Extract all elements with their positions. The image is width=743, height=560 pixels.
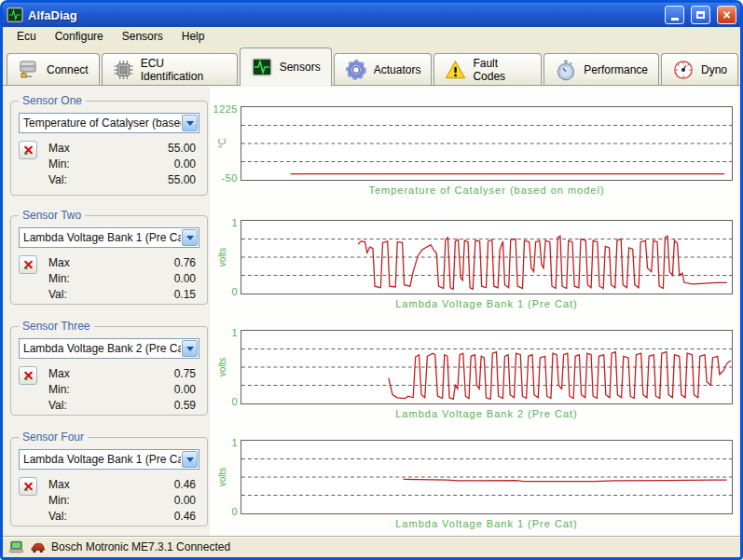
- chart-plot-area: [241, 330, 733, 404]
- min-label: Min:: [48, 494, 114, 507]
- max-value: 55.00: [114, 142, 200, 155]
- reset-minmax-button[interactable]: [19, 366, 37, 385]
- menu-configure[interactable]: Configure: [47, 28, 112, 45]
- y-tick-max: 1: [231, 327, 238, 338]
- tab-ecu-identification[interactable]: ECU Identification: [102, 53, 238, 85]
- tab-sensors[interactable]: Sensors: [240, 48, 332, 86]
- reset-icon: [22, 144, 34, 157]
- sensor-four-panel: Sensor Four Lambda Voltage Bank 1 (Pre C…: [10, 437, 208, 526]
- tab-performance[interactable]: Performance: [543, 53, 659, 85]
- close-button[interactable]: ×: [717, 6, 736, 24]
- sensor-two-select[interactable]: Lambda Voltage Bank 1 (Pre Cat): [19, 227, 200, 248]
- chart-lambda-bank1-second: 1 volts 0 Lambda Voltage Bank 1 (Pre Cat…: [215, 440, 733, 514]
- menu-help[interactable]: Help: [173, 28, 213, 45]
- tab-fault-codes[interactable]: Fault Codes: [433, 53, 542, 85]
- chevron-down-icon[interactable]: [182, 340, 198, 357]
- y-tick-min: 0: [231, 396, 238, 407]
- chevron-down-icon[interactable]: [182, 229, 198, 246]
- menu-ecu[interactable]: Ecu: [8, 28, 45, 45]
- y-tick-max: 1: [231, 217, 238, 228]
- menu-sensors[interactable]: Sensors: [114, 28, 172, 45]
- val-label: Val:: [48, 510, 114, 523]
- chart-temperature-catalyser: 1225 °C -50 Temperature of Catalyser (ba…: [215, 106, 733, 181]
- y-axis: 1 volts 0: [215, 330, 240, 404]
- tab-label: Dyno: [701, 63, 727, 76]
- sensor-one-select[interactable]: Temperature of Catalyser (based on model…: [19, 113, 200, 133]
- val-value: 0.46: [114, 510, 200, 523]
- reset-minmax-button[interactable]: [19, 255, 37, 274]
- oscilloscope-icon: [251, 56, 273, 78]
- sensor-readouts: Max55.00 Min:0.00 Val:55.00: [19, 140, 200, 187]
- car-icon: [30, 540, 46, 554]
- min-label: Min:: [48, 272, 114, 285]
- max-label: Max: [48, 256, 114, 269]
- minimize-button[interactable]: [665, 6, 684, 24]
- min-label: Min:: [48, 383, 114, 396]
- min-value: 0.00: [114, 157, 200, 171]
- combo-value: Lambda Voltage Bank 1 (Pre Cat): [20, 453, 181, 466]
- stopwatch-icon: [555, 59, 577, 81]
- menu-bar: Ecu Configure Sensors Help: [3, 27, 740, 46]
- gauge-icon: [672, 59, 695, 81]
- maximize-button[interactable]: [691, 6, 710, 24]
- reset-icon: [22, 481, 34, 493]
- main-content: Sensor One Temperature of Catalyser (bas…: [3, 87, 740, 536]
- sensor-readouts: Max0.46 Min:0.00 Val:0.46: [19, 476, 200, 524]
- sensor-readouts: Max0.76 Min:0.00 Val:0.15: [19, 254, 200, 302]
- title-bar: AlfaDiag ×: [3, 3, 740, 27]
- tab-dyno[interactable]: Dyno: [661, 53, 738, 85]
- y-axis-unit: volts: [217, 468, 227, 487]
- val-label: Val:: [48, 288, 114, 301]
- status-bar: Bosch Motronic ME7.3.1 Connected: [3, 536, 740, 557]
- groupbox-title: Sensor One: [19, 94, 86, 107]
- max-label: Max: [48, 142, 114, 155]
- warning-icon: [445, 59, 466, 81]
- window-title: AlfaDiag: [28, 8, 658, 22]
- val-label: Val:: [48, 173, 114, 186]
- tab-connect[interactable]: Connect: [7, 53, 100, 85]
- app-window: AlfaDiag × Ecu Configure Sensors Help Co…: [0, 0, 743, 560]
- reset-icon: [22, 370, 34, 382]
- gear-icon: [345, 59, 367, 81]
- reset-minmax-button[interactable]: [19, 141, 37, 159]
- min-value: 0.00: [114, 494, 200, 507]
- sensor-three-panel: Sensor Three Lambda Voltage Bank 2 (Pre …: [10, 326, 208, 416]
- maximize-icon: [696, 11, 705, 19]
- drive-connect-icon: [18, 59, 40, 81]
- chevron-down-icon[interactable]: [182, 451, 198, 468]
- y-tick-max: 1: [231, 437, 238, 448]
- val-value: 0.15: [114, 288, 200, 301]
- combo-value: Temperature of Catalyser (based on model…: [20, 116, 181, 130]
- tab-label: ECU Identification: [141, 57, 227, 83]
- reset-icon: [22, 259, 34, 271]
- tab-label: Fault Codes: [473, 57, 530, 83]
- chip-icon: [113, 59, 134, 81]
- min-value: 0.00: [114, 383, 200, 396]
- y-axis-unit: volts: [217, 248, 227, 267]
- max-label: Max: [48, 478, 114, 491]
- y-tick-min: -50: [222, 172, 238, 184]
- sensor-two-panel: Sensor Two Lambda Voltage Bank 1 (Pre Ca…: [10, 215, 208, 305]
- sensor-four-select[interactable]: Lambda Voltage Bank 1 (Pre Cat): [19, 449, 200, 470]
- val-label: Val:: [48, 399, 114, 412]
- max-value: 0.75: [114, 367, 200, 380]
- close-icon: ×: [722, 8, 730, 21]
- y-tick-min: 0: [231, 286, 238, 297]
- app-icon: [7, 7, 23, 22]
- tab-bar: Connect ECU Identification Sensors: [3, 46, 740, 86]
- laptop-icon: [8, 540, 24, 554]
- tab-label: Performance: [584, 63, 648, 76]
- chevron-down-icon[interactable]: [182, 115, 198, 131]
- tab-label: Connect: [47, 63, 89, 76]
- tab-actuators[interactable]: Actuators: [334, 53, 433, 85]
- chart-caption: Lambda Voltage Bank 2 (Pre Cat): [241, 408, 733, 419]
- chart-caption: Lambda Voltage Bank 1 (Pre Cat): [241, 298, 733, 309]
- y-tick-min: 0: [231, 506, 238, 517]
- chart-caption: Lambda Voltage Bank 1 (Pre Cat): [241, 518, 733, 529]
- y-axis-unit: °C: [217, 138, 227, 148]
- min-label: Min:: [48, 157, 114, 171]
- max-value: 0.76: [114, 256, 200, 269]
- tab-label: Sensors: [280, 61, 321, 74]
- sensor-three-select[interactable]: Lambda Voltage Bank 2 (Pre Cat): [19, 338, 200, 359]
- reset-minmax-button[interactable]: [19, 477, 37, 496]
